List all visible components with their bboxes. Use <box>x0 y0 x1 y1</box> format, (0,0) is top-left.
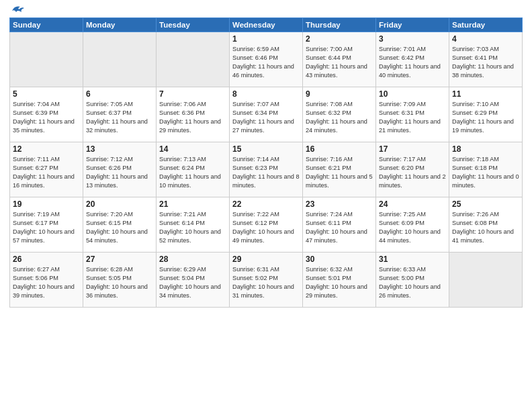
day-number: 15 <box>232 144 300 154</box>
day-info: Sunrise: 7:14 AMSunset: 6:23 PMDaylight:… <box>232 155 300 190</box>
weekday-header-tuesday: Tuesday <box>157 18 230 32</box>
weekday-header-wednesday: Wednesday <box>230 18 303 32</box>
day-number: 7 <box>159 89 226 99</box>
weekday-header-friday: Friday <box>376 18 449 32</box>
day-number: 6 <box>86 89 153 99</box>
calendar-cell: 1Sunrise: 6:59 AMSunset: 6:46 PMDaylight… <box>230 32 303 87</box>
logo-bird-icon <box>11 4 26 16</box>
day-number: 11 <box>452 89 519 99</box>
calendar-cell: 14Sunrise: 7:13 AMSunset: 6:24 PMDayligh… <box>157 142 230 197</box>
calendar-cell: 27Sunrise: 6:28 AMSunset: 5:05 PMDayligh… <box>83 253 157 308</box>
day-info: Sunrise: 7:12 AMSunset: 6:26 PMDaylight:… <box>86 155 153 190</box>
calendar-cell <box>10 32 83 87</box>
weekday-header-saturday: Saturday <box>449 18 523 32</box>
day-number: 13 <box>86 144 153 154</box>
calendar-cell: 12Sunrise: 7:11 AMSunset: 6:27 PMDayligh… <box>10 142 83 197</box>
day-number: 12 <box>13 144 80 154</box>
day-info: Sunrise: 7:26 AMSunset: 6:08 PMDaylight:… <box>452 210 519 245</box>
day-number: 21 <box>159 199 226 209</box>
weekday-header-row: SundayMondayTuesdayWednesdayThursdayFrid… <box>10 18 523 32</box>
calendar-table: SundayMondayTuesdayWednesdayThursdayFrid… <box>9 17 523 308</box>
day-info: Sunrise: 6:28 AMSunset: 5:05 PMDaylight:… <box>86 265 153 300</box>
day-number: 31 <box>379 255 446 264</box>
calendar-cell: 3Sunrise: 7:01 AMSunset: 6:42 PMDaylight… <box>376 32 449 87</box>
day-number: 2 <box>306 34 373 44</box>
calendar-cell: 24Sunrise: 7:25 AMSunset: 6:09 PMDayligh… <box>376 197 449 253</box>
day-info: Sunrise: 7:08 AMSunset: 6:32 PMDaylight:… <box>306 100 373 135</box>
day-info: Sunrise: 7:19 AMSunset: 6:17 PMDaylight:… <box>13 210 80 245</box>
weekday-header-monday: Monday <box>83 18 157 32</box>
calendar-cell: 26Sunrise: 6:27 AMSunset: 5:06 PMDayligh… <box>10 253 83 308</box>
calendar-cell: 17Sunrise: 7:17 AMSunset: 6:20 PMDayligh… <box>376 142 449 197</box>
week-row-2: 5Sunrise: 7:04 AMSunset: 6:39 PMDaylight… <box>10 87 523 142</box>
calendar-cell: 28Sunrise: 6:29 AMSunset: 5:04 PMDayligh… <box>157 253 230 308</box>
day-number: 16 <box>306 144 373 154</box>
calendar-cell <box>83 32 157 87</box>
day-number: 25 <box>452 199 519 209</box>
day-number: 4 <box>452 34 519 44</box>
day-number: 3 <box>379 34 446 44</box>
calendar-cell: 4Sunrise: 7:03 AMSunset: 6:41 PMDaylight… <box>449 32 523 87</box>
calendar-cell: 21Sunrise: 7:21 AMSunset: 6:14 PMDayligh… <box>157 197 230 253</box>
day-info: Sunrise: 7:03 AMSunset: 6:41 PMDaylight:… <box>452 45 519 80</box>
day-info: Sunrise: 7:20 AMSunset: 6:15 PMDaylight:… <box>86 210 153 245</box>
calendar-page: SundayMondayTuesdayWednesdayThursdayFrid… <box>0 0 532 411</box>
day-info: Sunrise: 6:29 AMSunset: 5:04 PMDaylight:… <box>159 265 226 300</box>
day-number: 26 <box>13 255 80 264</box>
day-number: 19 <box>13 199 80 209</box>
weekday-header-thursday: Thursday <box>303 18 376 32</box>
day-number: 24 <box>379 199 446 209</box>
day-info: Sunrise: 7:16 AMSunset: 6:21 PMDaylight:… <box>306 155 373 190</box>
day-number: 23 <box>306 199 373 209</box>
calendar-cell: 16Sunrise: 7:16 AMSunset: 6:21 PMDayligh… <box>303 142 376 197</box>
weekday-header-sunday: Sunday <box>10 18 83 32</box>
calendar-cell: 18Sunrise: 7:18 AMSunset: 6:18 PMDayligh… <box>449 142 523 197</box>
calendar-cell <box>449 253 523 308</box>
day-info: Sunrise: 7:24 AMSunset: 6:11 PMDaylight:… <box>306 210 373 245</box>
day-number: 27 <box>86 255 153 264</box>
week-row-3: 12Sunrise: 7:11 AMSunset: 6:27 PMDayligh… <box>10 142 523 197</box>
day-info: Sunrise: 6:32 AMSunset: 5:01 PMDaylight:… <box>306 265 373 300</box>
day-info: Sunrise: 7:01 AMSunset: 6:42 PMDaylight:… <box>379 45 446 80</box>
day-info: Sunrise: 7:10 AMSunset: 6:29 PMDaylight:… <box>452 100 519 135</box>
week-row-5: 26Sunrise: 6:27 AMSunset: 5:06 PMDayligh… <box>10 253 523 308</box>
day-info: Sunrise: 6:59 AMSunset: 6:46 PMDaylight:… <box>232 45 300 80</box>
day-number: 28 <box>159 255 226 264</box>
day-number: 10 <box>379 89 446 99</box>
calendar-cell: 25Sunrise: 7:26 AMSunset: 6:08 PMDayligh… <box>449 197 523 253</box>
day-info: Sunrise: 7:06 AMSunset: 6:36 PMDaylight:… <box>159 100 226 135</box>
day-number: 14 <box>159 144 226 154</box>
calendar-cell: 19Sunrise: 7:19 AMSunset: 6:17 PMDayligh… <box>10 197 83 253</box>
day-number: 1 <box>232 34 300 44</box>
calendar-cell: 7Sunrise: 7:06 AMSunset: 6:36 PMDaylight… <box>157 87 230 142</box>
day-number: 18 <box>452 144 519 154</box>
day-number: 9 <box>306 89 373 99</box>
day-number: 20 <box>86 199 153 209</box>
week-row-4: 19Sunrise: 7:19 AMSunset: 6:17 PMDayligh… <box>10 197 523 253</box>
day-number: 5 <box>13 89 80 99</box>
calendar-cell: 8Sunrise: 7:07 AMSunset: 6:34 PMDaylight… <box>230 87 303 142</box>
day-number: 22 <box>232 199 300 209</box>
calendar-cell <box>157 32 230 87</box>
day-info: Sunrise: 6:33 AMSunset: 5:00 PMDaylight:… <box>379 265 446 300</box>
day-info: Sunrise: 6:31 AMSunset: 5:02 PMDaylight:… <box>232 265 300 300</box>
calendar-cell: 29Sunrise: 6:31 AMSunset: 5:02 PMDayligh… <box>230 253 303 308</box>
logo <box>9 7 26 13</box>
day-info: Sunrise: 7:17 AMSunset: 6:20 PMDaylight:… <box>379 155 446 190</box>
day-info: Sunrise: 7:25 AMSunset: 6:09 PMDaylight:… <box>379 210 446 245</box>
day-info: Sunrise: 7:22 AMSunset: 6:12 PMDaylight:… <box>232 210 300 245</box>
day-number: 17 <box>379 144 446 154</box>
calendar-cell: 23Sunrise: 7:24 AMSunset: 6:11 PMDayligh… <box>303 197 376 253</box>
day-info: Sunrise: 7:00 AMSunset: 6:44 PMDaylight:… <box>306 45 373 80</box>
day-number: 30 <box>306 255 373 264</box>
calendar-cell: 31Sunrise: 6:33 AMSunset: 5:00 PMDayligh… <box>376 253 449 308</box>
calendar-cell: 15Sunrise: 7:14 AMSunset: 6:23 PMDayligh… <box>230 142 303 197</box>
header <box>9 7 523 13</box>
day-number: 29 <box>232 255 300 264</box>
day-number: 8 <box>232 89 300 99</box>
week-row-1: 1Sunrise: 6:59 AMSunset: 6:46 PMDaylight… <box>10 32 523 87</box>
calendar-cell: 11Sunrise: 7:10 AMSunset: 6:29 PMDayligh… <box>449 87 523 142</box>
calendar-cell: 6Sunrise: 7:05 AMSunset: 6:37 PMDaylight… <box>83 87 157 142</box>
day-info: Sunrise: 7:04 AMSunset: 6:39 PMDaylight:… <box>13 100 80 135</box>
calendar-cell: 5Sunrise: 7:04 AMSunset: 6:39 PMDaylight… <box>10 87 83 142</box>
